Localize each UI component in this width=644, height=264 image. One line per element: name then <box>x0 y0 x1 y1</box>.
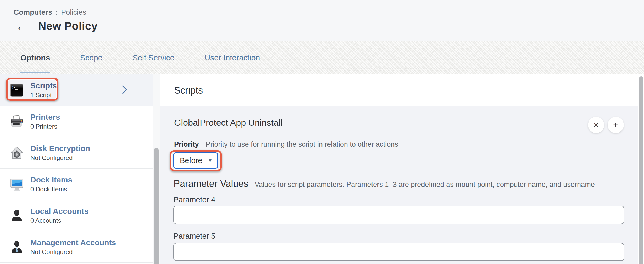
add-script-button[interactable]: + <box>608 117 624 133</box>
sidebar-item-text: Dock Items 0 Dock Items <box>30 175 72 193</box>
parameter-4-label: Parameter 4 <box>174 196 215 204</box>
imac-display-icon <box>10 177 24 191</box>
user-tie-icon <box>10 240 24 254</box>
script-config-panel: GlobalProtect App Uninstall × + Priority… <box>160 106 638 264</box>
sidebar-item-sublabel: 1 Script <box>30 91 57 99</box>
section-title: Scripts <box>174 85 203 96</box>
disk-encryption-icon <box>10 146 24 160</box>
sidebar-item-text: Disk Encryption Not Configured <box>30 144 90 162</box>
remove-script-button[interactable]: × <box>588 117 604 133</box>
terminal-icon: >_ <box>10 83 24 97</box>
chevron-right-icon <box>121 85 128 96</box>
main-scrollbar-thumb[interactable] <box>639 76 643 264</box>
parameter-values-heading: Parameter Values <box>174 178 248 189</box>
parameter-values-description: Values for script parameters. Parameters… <box>254 181 595 189</box>
breadcrumb: Computers : Policies <box>14 8 86 16</box>
main-scrollbar[interactable] <box>638 74 644 264</box>
sidebar-scrollbar-thumb[interactable] <box>154 148 159 264</box>
priority-select[interactable]: Before ▼ <box>173 152 218 169</box>
tab-scope[interactable]: Scope <box>80 41 102 74</box>
sidebar-item-disk-encryption[interactable]: Disk Encryption Not Configured <box>0 137 153 169</box>
sidebar-item-local-accounts[interactable]: Local Accounts 0 Accounts <box>0 200 153 231</box>
parameter-values-row: Parameter Values Values for script param… <box>174 178 595 189</box>
sidebar-item-sublabel: 0 Printers <box>30 123 60 130</box>
tab-self-service-label: Self Service <box>132 53 174 62</box>
tab-bar: Options Scope Self Service User Interact… <box>0 41 644 74</box>
sidebar-item-text: Printers 0 Printers <box>30 113 60 130</box>
content-area: >_ Scripts 1 Script <box>0 74 644 264</box>
printer-icon <box>10 115 24 128</box>
sidebar-item-scripts[interactable]: >_ Scripts 1 Script <box>0 74 153 106</box>
tab-scope-label: Scope <box>80 53 102 62</box>
sidebar-item-text: Management Accounts Not Configured <box>30 238 116 256</box>
sidebar-item-label: Scripts <box>30 81 57 90</box>
close-icon: × <box>593 120 599 129</box>
sidebar-item-management-accounts[interactable]: Management Accounts Not Configured <box>0 231 153 263</box>
sidebar-item-printers[interactable]: Printers 0 Printers <box>0 106 153 137</box>
sidebar-item-label: Dock Items <box>30 175 72 185</box>
back-arrow-icon[interactable]: ← <box>16 20 28 32</box>
sidebar-item-sublabel: Not Configured <box>30 154 90 162</box>
priority-description: Priority to use for running the script i… <box>206 140 398 148</box>
title-row: ← New Policy <box>16 20 98 32</box>
payload-sidebar: >_ Scripts 1 Script <box>0 74 153 264</box>
policy-editor-page: Computers : Policies ← New Policy Option… <box>0 0 644 264</box>
tab-self-service[interactable]: Self Service <box>132 41 174 74</box>
breadcrumb-separator: : <box>55 8 58 16</box>
sidebar-item-sublabel: 0 Accounts <box>30 217 88 224</box>
plus-icon: + <box>613 120 618 129</box>
dropdown-caret-icon: ▼ <box>208 158 213 163</box>
sidebar-item-text: Scripts 1 Script <box>30 81 57 99</box>
parameter-4-input[interactable] <box>173 206 624 224</box>
parameter-5-label: Parameter 5 <box>174 232 215 240</box>
section-header: Scripts <box>160 74 638 106</box>
sidebar-item-dock-items[interactable]: Dock Items 0 Dock Items <box>0 169 153 200</box>
tab-user-interaction[interactable]: User Interaction <box>204 41 260 74</box>
breadcrumb-computers[interactable]: Computers <box>14 8 52 16</box>
sidebar-item-text: Local Accounts 0 Accounts <box>30 207 88 225</box>
sidebar-item-sublabel: 0 Dock Items <box>30 186 72 193</box>
priority-row: Priority Priority to use for running the… <box>174 140 398 148</box>
priority-label: Priority <box>174 140 199 148</box>
sidebar-item-sublabel: Not Configured <box>30 248 116 256</box>
user-silhouette-icon <box>10 209 24 222</box>
priority-select-value: Before <box>180 156 202 165</box>
main-panel: Scripts GlobalProtect App Uninstall × + … <box>160 74 638 264</box>
breadcrumb-policies[interactable]: Policies <box>61 8 86 16</box>
page-title: New Policy <box>38 20 98 32</box>
parameter-5-input[interactable] <box>173 243 624 261</box>
sidebar-item-label: Management Accounts <box>30 238 116 247</box>
tab-options-label: Options <box>20 53 50 62</box>
script-name: GlobalProtect App Uninstall <box>174 118 282 128</box>
sidebar-item-label: Local Accounts <box>30 207 88 216</box>
sidebar-item-label: Printers <box>30 113 60 122</box>
tab-options[interactable]: Options <box>20 41 50 74</box>
sidebar-item-label: Disk Encryption <box>30 144 90 153</box>
page-header: Computers : Policies ← New Policy <box>0 0 644 41</box>
tab-user-interaction-label: User Interaction <box>204 53 260 62</box>
sidebar-scrollbar[interactable] <box>153 74 160 264</box>
